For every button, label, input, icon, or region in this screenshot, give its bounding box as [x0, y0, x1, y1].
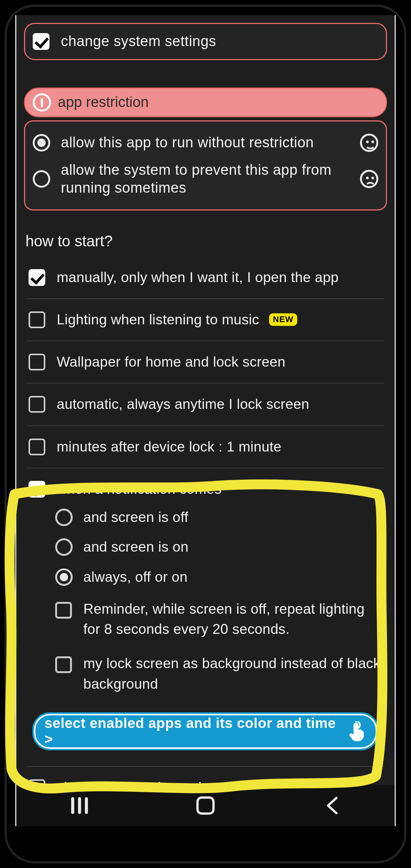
select-enabled-apps-button[interactable]: select enabled apps and its color and ti… [34, 714, 377, 749]
notif-screen-on[interactable]: and screen is on [55, 532, 382, 562]
label-notif-off: and screen is off [83, 509, 188, 526]
option-manually[interactable]: manually, only when I want it, I open th… [27, 257, 384, 299]
checkbox-automatic[interactable] [29, 396, 45, 413]
checkbox-lockscreen-bg[interactable] [55, 656, 72, 673]
checkbox-music[interactable] [29, 311, 45, 328]
checkbox-reminder[interactable] [55, 602, 72, 619]
notif-reminder[interactable]: Reminder, while screen is off, repeat li… [55, 592, 382, 646]
how-to-start-list: manually, only when I want it, I open th… [27, 257, 384, 799]
checkbox-wallpaper[interactable] [29, 354, 45, 370]
smile-icon [360, 134, 378, 152]
how-to-start-title: how to start? [25, 233, 387, 250]
radio-notif-off[interactable] [55, 509, 73, 526]
perm-change-system-settings[interactable]: change system settings [33, 32, 378, 51]
label-notif-on: and screen is on [83, 538, 188, 556]
perm-label: change system settings [61, 32, 216, 51]
checkbox-manually[interactable] [29, 269, 45, 286]
option-minutes-after[interactable]: minutes after device lock : 1 minute [27, 426, 384, 468]
label-manually: manually, only when I want it, I open th… [57, 269, 339, 286]
checkbox-notification[interactable] [29, 481, 45, 498]
app-restriction-header[interactable]: app restriction [24, 88, 387, 117]
sad-icon [360, 170, 378, 188]
system-nav-bar [16, 785, 395, 826]
recents-icon [71, 797, 88, 814]
settings-screen: change system settings app restriction a… [15, 15, 396, 826]
radio-notif-on[interactable] [55, 538, 73, 556]
label-music: Lighting when listening to music [57, 311, 259, 329]
option-notification: when a notification comes and screen is … [27, 468, 384, 749]
new-badge: NEW [269, 313, 297, 326]
label-notif-always: always, off or on [83, 568, 188, 586]
alert-icon [33, 93, 51, 112]
radio-allow-prevent[interactable] [33, 170, 50, 188]
touch-icon [349, 721, 366, 741]
restriction-prevent-label: allow the system to prevent this app fro… [61, 161, 356, 197]
label-wallpaper: Wallpaper for home and lock screen [57, 353, 285, 371]
restriction-option-allow[interactable]: allow this app to run without restrictio… [33, 134, 378, 152]
label-reminder: Reminder, while screen is off, repeat li… [83, 599, 382, 640]
notification-sub-options: and screen is off and screen is on alway… [55, 498, 382, 703]
label-minutes-after: minutes after device lock : 1 minute [57, 438, 282, 456]
back-icon [325, 796, 338, 815]
permissions-card: change system settings [24, 23, 387, 60]
app-restriction-title: app restriction [58, 94, 149, 110]
select-apps-label: select enabled apps and its color and ti… [45, 715, 343, 747]
home-icon [196, 796, 215, 815]
nav-recents-button[interactable] [45, 792, 114, 819]
option-wallpaper[interactable]: Wallpaper for home and lock screen [27, 341, 384, 383]
label-notification: when a notification comes [57, 480, 221, 498]
label-automatic: automatic, always anytime I lock screen [57, 396, 309, 413]
radio-allow-no-restriction[interactable] [33, 134, 50, 152]
radio-notif-always[interactable] [55, 568, 73, 586]
label-lockscreen-bg: my lock screen as background instead of … [83, 653, 382, 694]
nav-back-button[interactable] [297, 792, 366, 819]
notif-lockscreen-bg[interactable]: my lock screen as background instead of … [55, 646, 382, 701]
checkbox-change-system-settings[interactable] [33, 33, 49, 50]
notif-screen-off[interactable]: and screen is off [55, 503, 382, 532]
nav-home-button[interactable] [171, 792, 240, 819]
option-music[interactable]: Lighting when listening to music NEW [27, 299, 384, 341]
app-restriction-body: allow this app to run without restrictio… [24, 120, 387, 211]
option-automatic[interactable]: automatic, always anytime I lock screen [27, 383, 384, 426]
notif-always[interactable]: always, off or on [55, 562, 382, 592]
checkbox-minutes-after[interactable] [29, 439, 45, 455]
restriction-allow-label: allow this app to run without restrictio… [61, 134, 356, 152]
restriction-option-prevent[interactable]: allow the system to prevent this app fro… [33, 161, 378, 197]
